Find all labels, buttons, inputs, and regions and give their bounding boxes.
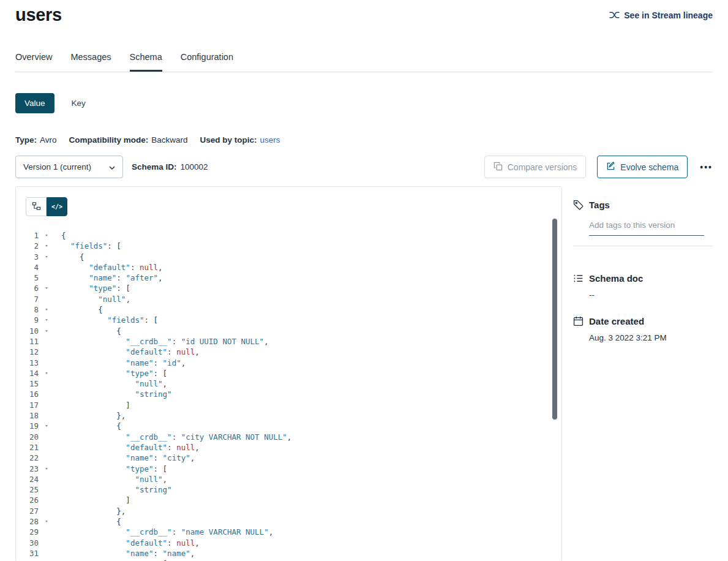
tab-schema[interactable]: Schema (130, 52, 162, 72)
code-line-content: }, (54, 410, 126, 421)
scrollbar-thumb[interactable] (552, 219, 557, 420)
code-line: 16 "string" (16, 389, 561, 399)
tab-bar: Overview Messages Schema Configuration (15, 52, 713, 72)
code-line-content: "type": [ (54, 368, 167, 378)
fold-toggle-icon[interactable]: ▾ (39, 304, 54, 315)
code-line: 29 "__crdb__": "name VARCHAR NULL", (16, 527, 561, 537)
schema-sidebar: Tags Schema doc (573, 186, 713, 561)
fold-spacer (39, 495, 54, 505)
topic-link[interactable]: users (260, 135, 280, 145)
code-line: 18 }, (16, 410, 561, 421)
fold-toggle-icon[interactable]: ▾ (39, 559, 54, 561)
fold-spacer (39, 548, 54, 559)
fold-spacer (39, 262, 54, 273)
tag-icon (573, 200, 584, 210)
fold-toggle-icon[interactable]: ▾ (39, 283, 54, 293)
code-line: 17 ] (16, 400, 561, 410)
code-line-content: { (54, 421, 121, 431)
line-number: 18 (16, 410, 39, 421)
code-line-content: "type": [ (54, 559, 167, 561)
code-line: 10▾ { (16, 326, 561, 336)
fold-toggle-icon[interactable]: ▾ (39, 464, 54, 474)
code-line: 13 "name": "id", (16, 358, 561, 368)
line-number: 32 (16, 559, 39, 561)
fold-toggle-icon[interactable]: ▾ (39, 368, 54, 378)
schema-code-panel: </> 1▾{2▾ "fields": [3▾ {4 "default": nu… (15, 186, 562, 561)
view-mode-group: </> (26, 197, 67, 216)
fold-toggle-icon[interactable]: ▾ (39, 516, 54, 527)
line-number: 26 (16, 495, 39, 505)
code-line-content: { (54, 326, 121, 336)
code-view-button[interactable]: </> (47, 197, 67, 216)
value-toggle-button[interactable]: Value (15, 93, 54, 113)
fold-toggle-icon[interactable]: ▾ (39, 230, 54, 241)
code-line: 31 "name": "name", (16, 548, 561, 559)
code-line: 3▾ { (16, 252, 561, 262)
vertical-scrollbar[interactable] (552, 219, 557, 559)
line-number: 16 (16, 389, 39, 399)
calendar-icon (573, 316, 584, 326)
code-line: 32▾ "type": [ (16, 559, 561, 561)
code-line-content: "name": "city", (54, 453, 195, 463)
code-line: 28▾ { (16, 516, 561, 527)
fold-spacer (39, 484, 54, 495)
line-number: 10 (16, 326, 39, 336)
tab-messages[interactable]: Messages (70, 52, 111, 72)
code-line-content: ] (54, 495, 130, 505)
code-line: 12 "default": null, (16, 347, 561, 357)
line-number: 23 (16, 464, 39, 474)
code-line-content: "string" (54, 389, 172, 399)
tab-configuration[interactable]: Configuration (181, 52, 233, 72)
fold-toggle-icon[interactable]: ▾ (39, 315, 54, 325)
code-line-content: "null", (54, 294, 130, 304)
line-number: 20 (16, 432, 39, 442)
fold-toggle-icon[interactable]: ▾ (39, 252, 54, 262)
fold-spacer (39, 336, 54, 347)
line-number: 4 (16, 262, 39, 273)
code-line: 21 "default": null, (16, 442, 561, 453)
evolve-schema-button[interactable]: Evolve schema (597, 156, 688, 178)
code-line: 2▾ "fields": [ (16, 241, 561, 251)
fold-spacer (39, 347, 54, 357)
line-number: 30 (16, 538, 39, 548)
schema-id-value: 100002 (181, 162, 208, 171)
date-created-header: Date created (573, 316, 713, 326)
code-line-content: "type": [ (54, 283, 130, 293)
fold-spacer (39, 294, 54, 304)
more-actions-button[interactable]: ••• (700, 162, 713, 172)
code-view-icon: </> (51, 203, 62, 210)
tree-view-button[interactable] (26, 197, 47, 216)
edit-pencil-icon (606, 162, 615, 173)
fold-spacer (39, 527, 54, 537)
line-number: 11 (16, 336, 39, 347)
page-title: users (15, 5, 62, 25)
fold-toggle-icon[interactable]: ▾ (39, 421, 54, 431)
fold-spacer (39, 474, 54, 484)
code-line: 9▾ "fields": [ (16, 315, 561, 325)
compare-versions-icon (493, 162, 503, 173)
chevron-down-icon (109, 162, 115, 171)
line-number: 2 (16, 241, 39, 251)
code-line-content: { (54, 252, 84, 262)
code-line: 5 "name": "after", (16, 273, 561, 283)
compare-versions-label: Compare versions (508, 162, 577, 172)
schema-id: Schema ID: 100002 (132, 162, 208, 171)
fold-toggle-icon[interactable]: ▾ (39, 241, 54, 251)
fold-spacer (39, 358, 54, 368)
add-tags-input[interactable] (589, 216, 704, 236)
line-number: 8 (16, 304, 39, 315)
line-number: 14 (16, 368, 39, 378)
compatibility-label: Compatibility mode: (69, 135, 149, 145)
line-number: 29 (16, 527, 39, 537)
compare-versions-button[interactable]: Compare versions (484, 156, 587, 178)
tab-overview[interactable]: Overview (15, 52, 52, 72)
code-line: 19▾ { (16, 421, 561, 431)
code-line-content: "default": null, (54, 347, 200, 357)
see-in-stream-lineage-link[interactable]: See in Stream lineage (609, 10, 713, 20)
used-by-topic: Used by topic: users (200, 135, 280, 145)
version-select[interactable]: Version 1 (current) (15, 156, 123, 178)
line-number: 5 (16, 273, 39, 283)
fold-toggle-icon[interactable]: ▾ (39, 326, 54, 336)
fold-spacer (39, 378, 54, 389)
key-toggle-button[interactable]: Key (72, 99, 86, 108)
